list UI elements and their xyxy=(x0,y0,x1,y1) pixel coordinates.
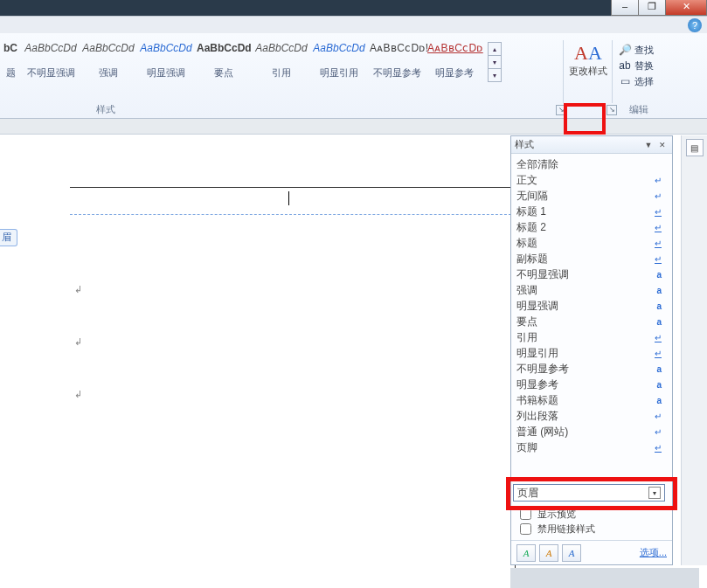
gallery-scroll-more[interactable]: ▾ xyxy=(488,68,502,82)
style-type-icon xyxy=(649,396,662,405)
style-type-icon xyxy=(649,380,662,390)
paragraph-mark: ↲ xyxy=(74,284,82,295)
gallery-scroll-up[interactable]: ▴ xyxy=(488,42,502,56)
style-tile[interactable]: AaBbCcDd不明显强调 xyxy=(23,40,79,81)
styles-list[interactable]: 全部清除正文无间隔标题 1标题 2标题副标题不明显强调强调明显强调要点引用明显引… xyxy=(511,154,672,482)
style-name: 全部清除 xyxy=(516,157,558,172)
styles-pane-footer: A A A 选项... xyxy=(511,540,672,564)
select-button[interactable]: ▭选择 xyxy=(619,73,654,89)
style-tile[interactable]: AaBbCcDd明显引用 xyxy=(311,40,367,81)
style-type-icon xyxy=(649,286,662,295)
style-tile[interactable]: AᴀBʙCᴄDᴅ!不明显参考 xyxy=(369,40,425,81)
style-tile[interactable]: AaBbCcDd要点 xyxy=(196,40,252,81)
styles-dialog-launcher[interactable]: ↘ xyxy=(556,105,566,115)
pane-close-icon[interactable]: ✕ xyxy=(656,139,669,151)
style-sample: AaBbCcDd xyxy=(312,42,366,54)
style-name: 普通 (网站) xyxy=(516,425,568,439)
style-type-icon xyxy=(649,176,662,185)
style-list-item[interactable]: 标题 2 xyxy=(516,219,670,235)
close-button[interactable]: ✕ xyxy=(665,0,707,16)
style-tile[interactable]: AaBbCcDd明显强调 xyxy=(138,40,194,81)
style-list-item[interactable]: 无间隔 xyxy=(516,188,670,204)
style-tile[interactable]: AᴀBʙCᴄDᴅ明显参考 xyxy=(426,40,482,81)
style-name: 正文 xyxy=(516,173,537,188)
new-style-button[interactable]: A xyxy=(516,544,536,562)
style-list-item[interactable]: 标题 xyxy=(516,235,670,251)
change-styles-launcher[interactable]: ↘ xyxy=(606,105,617,115)
change-styles-icon: AA xyxy=(574,42,602,65)
style-label: 强调 xyxy=(81,66,135,80)
style-name: 书籍标题 xyxy=(516,393,558,408)
style-list-item[interactable]: 副标题 xyxy=(516,251,670,266)
style-list-item[interactable]: 要点 xyxy=(516,314,670,329)
style-tile[interactable]: bC题 xyxy=(0,40,21,81)
ruler xyxy=(0,119,707,135)
show-preview-checkbox[interactable]: 显示预览 xyxy=(516,507,667,522)
style-tile[interactable]: AaBbCcDd强调 xyxy=(80,40,136,81)
text-cursor xyxy=(288,191,289,205)
style-name: 副标题 xyxy=(516,252,548,266)
style-name: 页脚 xyxy=(516,440,537,455)
chevron-down-icon[interactable]: ▾ xyxy=(648,487,661,499)
find-button[interactable]: 🔎查找 xyxy=(619,42,654,58)
styles-pane: 样式 ▼ ✕ 全部清除正文无间隔标题 1标题 2标题副标题不明显强调强调明显强调… xyxy=(510,135,673,565)
manage-styles-button[interactable]: A xyxy=(562,544,581,562)
styles-options-link[interactable]: 选项... xyxy=(640,546,667,559)
style-type-icon xyxy=(649,270,662,280)
separator xyxy=(612,40,613,103)
style-list-item[interactable]: 正文 xyxy=(516,172,670,188)
style-list-item[interactable]: 列出段落 xyxy=(516,408,670,424)
style-name: 标题 1 xyxy=(516,204,546,219)
style-list-item[interactable]: 全部清除 xyxy=(516,156,670,172)
style-type-icon xyxy=(649,191,662,201)
style-name: 明显强调 xyxy=(516,299,558,314)
titlebar: – ❐ ✕ xyxy=(0,0,707,16)
replace-icon: ab xyxy=(619,59,631,72)
style-type-icon xyxy=(649,317,662,327)
style-inspector-button[interactable]: A xyxy=(539,544,558,562)
style-name: 明显参考 xyxy=(516,377,558,392)
style-list-item[interactable]: 明显强调 xyxy=(516,298,670,314)
minimize-button[interactable]: – xyxy=(611,0,639,16)
styles-pane-titlebar[interactable]: 样式 ▼ ✕ xyxy=(511,136,672,154)
style-sample: AᴀBʙCᴄDᴅ! xyxy=(370,42,424,54)
style-list-item[interactable]: 书籍标题 xyxy=(516,392,670,408)
style-label: 不明显强调 xyxy=(24,66,78,80)
style-tile[interactable]: AaBbCcDd引用 xyxy=(253,40,309,81)
group-label-editing: 编辑 xyxy=(629,103,648,116)
style-type-icon xyxy=(649,301,662,311)
style-list-item[interactable]: 页脚 xyxy=(516,439,670,455)
group-label-styles: 样式 xyxy=(96,103,115,116)
style-label: 明显引用 xyxy=(312,66,366,80)
ribbon: bC题AaBbCcDd不明显强调AaBbCcDd强调AaBbCcDd明显强调Aa… xyxy=(0,33,707,119)
maximize-button[interactable]: ❐ xyxy=(638,0,666,16)
style-selected-combo[interactable]: 页眉 ▾ xyxy=(513,484,665,502)
style-list-item[interactable]: 强调 xyxy=(516,282,670,298)
pane-menu-icon[interactable]: ▼ xyxy=(642,139,655,151)
editing-group: 🔎查找 ab替换 ▭选择 xyxy=(619,42,654,89)
replace-button[interactable]: ab替换 xyxy=(619,58,654,73)
help-icon[interactable]: ? xyxy=(688,18,702,32)
style-list-item[interactable]: 不明显参考 xyxy=(516,361,670,377)
style-list-item[interactable]: 标题 1 xyxy=(516,204,670,219)
gallery-scroll-down[interactable]: ▾ xyxy=(488,55,502,69)
style-list-item[interactable]: 明显引用 xyxy=(516,345,670,361)
style-list-item[interactable]: 普通 (网站) xyxy=(516,424,670,439)
style-name: 标题 xyxy=(516,236,537,251)
disable-linked-checkbox[interactable]: 禁用链接样式 xyxy=(516,522,667,536)
style-type-icon xyxy=(649,239,662,248)
style-list-item[interactable]: 不明显强调 xyxy=(516,266,670,282)
style-list-item[interactable]: 明显参考 xyxy=(516,377,670,392)
style-type-icon xyxy=(649,223,662,232)
gutter-button[interactable]: ▤ xyxy=(686,139,704,156)
style-list-item[interactable]: 引用 xyxy=(516,329,670,345)
help-strip: ? xyxy=(0,16,707,33)
style-type-icon xyxy=(649,349,662,358)
change-styles-button[interactable]: AA 更改样式 xyxy=(568,42,608,78)
style-label: 题 xyxy=(1,66,20,80)
style-name: 明显引用 xyxy=(516,346,558,361)
change-styles-label: 更改样式 xyxy=(569,66,607,76)
select-icon: ▭ xyxy=(619,75,631,87)
header-indicator: 眉 xyxy=(0,229,17,246)
style-label: 明显强调 xyxy=(139,66,193,80)
